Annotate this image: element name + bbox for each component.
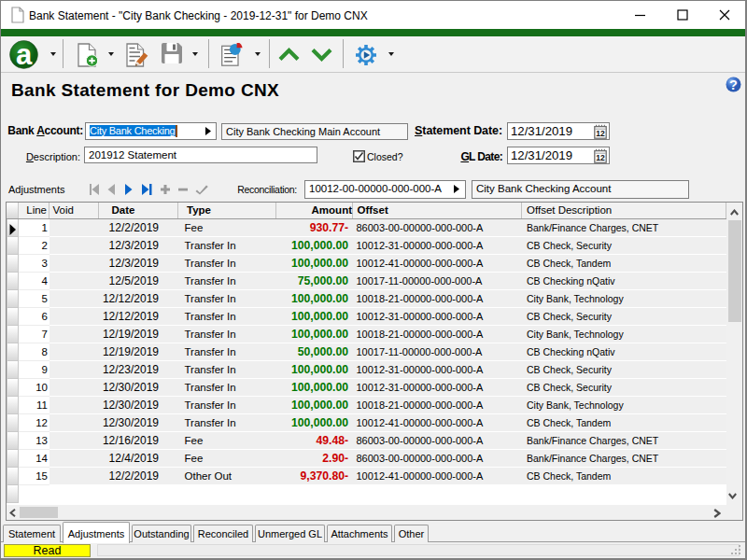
- svg-text:12: 12: [596, 129, 605, 138]
- svg-text:a: a: [16, 40, 33, 69]
- svg-text:12: 12: [596, 153, 605, 162]
- svg-text:?: ?: [729, 77, 738, 92]
